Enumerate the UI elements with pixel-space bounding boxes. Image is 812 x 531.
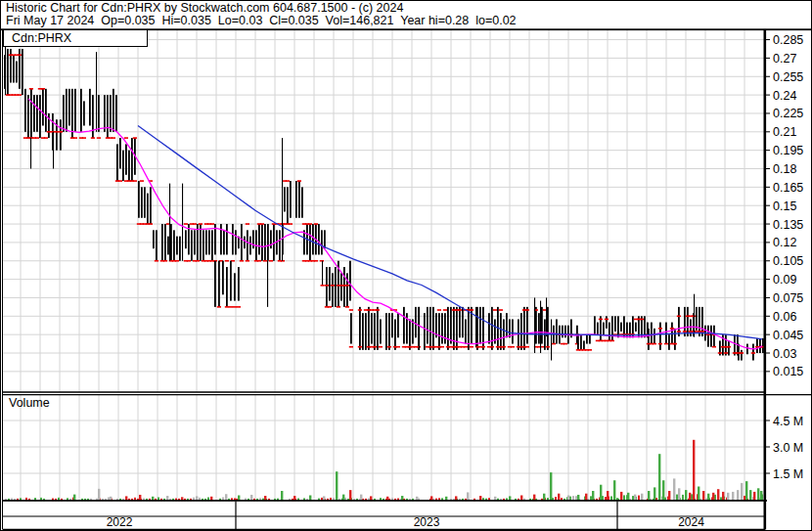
price-bar — [324, 230, 326, 248]
volume-bar — [204, 499, 206, 500]
price-bar — [122, 151, 124, 181]
volume-bar — [143, 498, 145, 500]
close-tick — [588, 349, 592, 351]
close-tick — [229, 306, 233, 308]
price-wick — [282, 138, 283, 261]
close-tick — [314, 223, 318, 225]
volume-spike-bar — [264, 496, 266, 500]
price-bar — [620, 323, 622, 332]
close-tick — [712, 346, 716, 348]
price-bar — [668, 334, 670, 350]
price-wick — [534, 297, 535, 353]
price-bar — [394, 319, 396, 349]
price-bar — [738, 344, 740, 361]
volume-bar — [108, 497, 110, 500]
close-tick — [196, 260, 200, 262]
volume-bar — [175, 499, 177, 500]
volume-spike-bar — [693, 440, 695, 500]
price-bar — [441, 313, 443, 343]
volume-spike-bar — [509, 496, 511, 500]
price-bar — [312, 224, 314, 254]
volume-spike-bar — [737, 490, 739, 500]
close-tick — [376, 309, 380, 311]
price-bar — [459, 307, 461, 337]
price-bar — [377, 307, 379, 350]
volume-axis-label: 1.5 M — [773, 467, 803, 481]
volume-bar — [228, 499, 230, 500]
volume-spike-bar — [152, 497, 154, 500]
close-tick — [740, 352, 744, 354]
volume-spike-bar — [722, 492, 724, 500]
price-bar — [309, 224, 311, 261]
price-bar — [119, 138, 121, 168]
volume-spike-bar — [641, 494, 643, 500]
price-bar — [223, 230, 225, 254]
volume-bar — [128, 499, 130, 500]
price-bar — [218, 261, 220, 307]
volume-spike-bar — [567, 496, 569, 501]
volume-spike-bar — [455, 496, 457, 500]
close-tick — [724, 352, 728, 354]
volume-bar — [515, 499, 517, 500]
volume-spike-bar — [73, 495, 75, 500]
price-bar — [512, 319, 514, 343]
close-tick — [59, 131, 63, 133]
close-tick — [140, 180, 144, 182]
volume-bar — [518, 499, 519, 500]
volume-bar — [333, 498, 335, 500]
volume-spike-bar — [749, 490, 751, 500]
price-bar — [741, 350, 743, 361]
volume-bar — [96, 499, 98, 500]
volume-spike-bar — [673, 478, 675, 500]
price-bar — [432, 307, 434, 350]
close-tick — [670, 328, 674, 330]
close-tick — [387, 346, 391, 348]
price-bar — [185, 230, 187, 248]
price-axis-label: 0.015 — [773, 365, 803, 378]
volume-spike-bar — [467, 492, 469, 500]
price-bar — [63, 95, 65, 132]
volume-panel-label: Volume — [9, 396, 50, 410]
price-axis-label: 0.09 — [773, 273, 796, 287]
close-tick — [97, 137, 101, 139]
close-tick — [73, 137, 77, 139]
close-tick — [751, 352, 755, 354]
close-tick — [358, 309, 362, 311]
volume-bar — [160, 499, 162, 500]
price-bar — [234, 273, 236, 300]
volume-bar — [87, 499, 89, 500]
close-tick — [18, 54, 22, 56]
price-bar — [211, 230, 213, 260]
price-bar — [520, 313, 522, 350]
price-bar — [208, 230, 210, 254]
close-tick — [664, 343, 668, 345]
volume-spike-bar — [445, 497, 447, 500]
volume-bar — [193, 498, 195, 500]
close-tick — [269, 260, 273, 262]
price-bar — [427, 307, 429, 344]
price-bar — [746, 344, 748, 355]
price-bar — [131, 138, 133, 181]
close-tick — [525, 346, 529, 348]
price-bar — [447, 307, 449, 350]
price-wick — [182, 184, 183, 261]
close-tick — [321, 285, 325, 287]
volume-bar — [102, 499, 104, 500]
price-bar — [147, 194, 149, 224]
volume-spike-bar — [600, 485, 602, 500]
price-axis-label: 0.255 — [773, 70, 803, 84]
close-tick — [481, 346, 485, 348]
price-bar — [583, 340, 585, 349]
price-bar — [98, 95, 100, 132]
close-tick — [417, 346, 421, 348]
volume-bar — [327, 499, 329, 500]
price-bar — [450, 307, 452, 344]
price-bar — [252, 230, 254, 248]
year-label-2024: 2024 — [617, 516, 765, 529]
volume-spike-bar — [613, 480, 615, 500]
close-tick — [552, 343, 556, 345]
volume-bar — [338, 499, 340, 500]
price-bar — [523, 307, 525, 350]
price-bar — [713, 326, 715, 347]
price-bar — [321, 230, 323, 254]
